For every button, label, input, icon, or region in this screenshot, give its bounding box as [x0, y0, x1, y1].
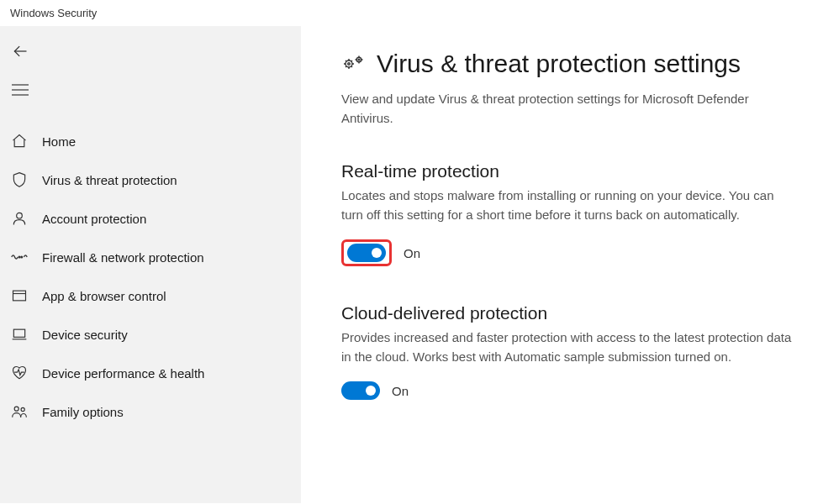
svg-line-20 [351, 66, 352, 67]
svg-line-22 [351, 60, 352, 61]
svg-point-4 [17, 213, 23, 218]
toggle-cloud[interactable] [341, 381, 380, 400]
svg-point-6 [21, 256, 23, 258]
nav-item-firewall[interactable]: Firewall & network protection [0, 238, 301, 276]
nav-label: Firewall & network protection [42, 250, 204, 265]
nav-label: Device performance & health [42, 366, 204, 381]
browser-icon [10, 286, 29, 305]
toggle-row-cloud: On [341, 381, 808, 400]
section-title-realtime: Real-time protection [341, 161, 808, 181]
page-description: View and update Virus & threat protectio… [341, 90, 795, 128]
shield-icon [10, 171, 29, 189]
home-icon [10, 132, 29, 150]
section-desc-cloud: Provides increased and faster protection… [341, 328, 795, 366]
toggle-realtime[interactable] [347, 244, 386, 262]
gears-icon [341, 54, 365, 74]
section-title-cloud: Cloud-delivered protection [341, 303, 808, 323]
page-header: Virus & threat protection settings [341, 50, 808, 78]
arrow-left-icon [12, 43, 29, 60]
svg-line-21 [346, 66, 346, 67]
svg-point-11 [14, 407, 18, 411]
page-title: Virus & threat protection settings [377, 50, 741, 78]
window-title: Windows Security [0, 0, 823, 26]
svg-line-19 [346, 60, 346, 61]
svg-point-12 [21, 407, 24, 411]
nav-item-virus-threat[interactable]: Virus & threat protection [0, 160, 301, 199]
svg-point-23 [356, 57, 361, 62]
svg-rect-9 [13, 329, 24, 337]
network-icon [10, 248, 29, 266]
highlight-box [341, 239, 392, 266]
nav-label: App & browser control [42, 289, 166, 303]
toggle-row-realtime: On [341, 239, 808, 266]
nav-label: Account protection [42, 212, 146, 226]
nav-item-app-browser[interactable]: App & browser control [0, 276, 301, 315]
heart-icon [10, 364, 29, 382]
section-cloud: Cloud-delivered protection Provides incr… [341, 303, 808, 400]
svg-rect-7 [13, 291, 26, 301]
nav-label: Home [42, 134, 76, 149]
svg-point-14 [348, 63, 351, 66]
nav-label: Virus & threat protection [42, 173, 177, 187]
nav-item-performance[interactable]: Device performance & health [0, 354, 301, 392]
toggle-label-cloud: On [392, 384, 409, 398]
svg-point-5 [18, 256, 20, 258]
section-desc-realtime: Locates and stops malware from installin… [341, 186, 795, 224]
toggle-label-realtime: On [404, 246, 420, 260]
nav-label: Device security [42, 328, 128, 342]
nav-list: Home Virus & threat protection Acco [0, 122, 301, 431]
nav-label: Family options [42, 405, 124, 419]
main-content: Virus & threat protection settings View … [301, 26, 823, 503]
sidebar: Home Virus & threat protection Acco [0, 26, 301, 503]
back-button[interactable] [0, 34, 39, 68]
nav-item-device-security[interactable]: Device security [0, 315, 301, 354]
nav-item-home[interactable]: Home [0, 122, 301, 160]
person-icon [10, 209, 29, 228]
menu-button[interactable] [0, 73, 39, 107]
laptop-icon [10, 325, 29, 344]
svg-point-24 [358, 59, 360, 60]
section-realtime: Real-time protection Locates and stops m… [341, 161, 808, 266]
nav-item-family[interactable]: Family options [0, 392, 301, 431]
main-layout: Home Virus & threat protection Acco [0, 26, 823, 503]
people-icon [10, 402, 29, 421]
nav-item-account[interactable]: Account protection [0, 199, 301, 238]
hamburger-icon [12, 84, 29, 96]
